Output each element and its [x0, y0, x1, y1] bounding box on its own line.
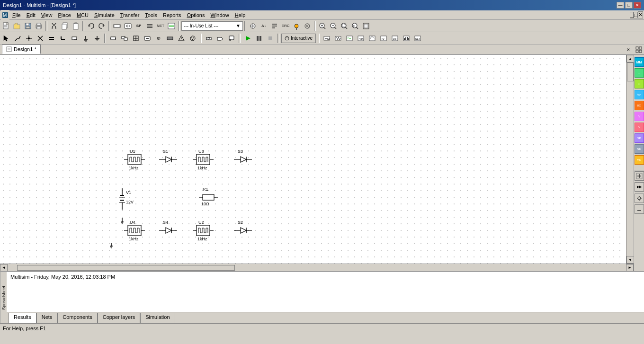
undo-btn[interactable] — [86, 21, 96, 31]
inst-meas-btn[interactable]: ME — [635, 155, 644, 165]
no-connect-tool[interactable] — [35, 33, 45, 44]
xprobe-btn[interactable] — [291, 21, 302, 31]
scroll-thumb[interactable] — [627, 62, 634, 81]
scroll-track[interactable] — [626, 62, 634, 256]
osc-btn[interactable] — [344, 33, 355, 44]
iv-btn[interactable]: IV — [378, 33, 389, 44]
menu-simulate[interactable]: Simulate — [91, 11, 117, 19]
gnd-tool[interactable] — [92, 33, 102, 44]
menu-reports[interactable]: Reports — [160, 11, 184, 19]
comp-btn[interactable] — [112, 21, 122, 31]
menu-place[interactable]: Place — [55, 11, 74, 19]
hier-con-btn[interactable] — [131, 33, 141, 44]
component-U2[interactable]: U2 1kHz — [193, 220, 214, 241]
full-screen-btn[interactable] — [361, 21, 371, 31]
cut-btn[interactable] — [49, 21, 59, 31]
results-tab[interactable]: Results — [9, 313, 36, 323]
terminal-btn[interactable] — [204, 33, 214, 44]
spice-btn[interactable]: SP — [134, 21, 144, 31]
new-btn[interactable] — [1, 21, 11, 31]
menu-edit[interactable]: Edit — [24, 11, 38, 19]
tile-btn[interactable] — [635, 45, 643, 54]
scroll-left-btn[interactable]: ◄ — [0, 264, 8, 272]
pause-btn[interactable] — [254, 33, 264, 44]
place-btn[interactable] — [248, 21, 258, 31]
func-gen-btn[interactable] — [333, 33, 343, 44]
gate-btn[interactable] — [123, 21, 133, 31]
inst-distortion-btn[interactable]: DI — [635, 123, 644, 132]
inst-funcgen-btn[interactable]: ~ — [635, 68, 644, 78]
power-tool[interactable] — [80, 33, 91, 44]
junction-tool[interactable] — [24, 33, 34, 44]
menu-tools[interactable]: Tools — [142, 11, 160, 19]
inst-extra1-btn[interactable] — [635, 171, 644, 181]
component-S3[interactable]: S3 — [234, 149, 252, 162]
open-btn[interactable] — [12, 21, 22, 31]
copper-layers-tab[interactable]: Copper layers — [98, 313, 140, 323]
io-marker-btn[interactable] — [215, 33, 225, 44]
inst-minimize-btn[interactable] — [635, 204, 644, 214]
component-S1[interactable]: S1 — [159, 149, 177, 162]
menu-file[interactable]: File — [9, 11, 24, 19]
place-comp-btn[interactable] — [108, 33, 118, 44]
scroll-up-btn[interactable]: ▲ — [626, 55, 634, 62]
simulation-tab[interactable]: Simulation — [140, 313, 175, 323]
app-minimize-btn[interactable]: _ — [630, 12, 634, 18]
wire-btn[interactable] — [166, 21, 177, 31]
minimize-button[interactable]: — — [617, 2, 624, 9]
zoom-out-btn[interactable] — [328, 21, 339, 31]
hierarchy-btn[interactable] — [119, 33, 130, 44]
menu-help[interactable]: Help — [232, 11, 249, 19]
components-tab[interactable]: Components — [57, 313, 97, 323]
component-S2[interactable]: S2 — [234, 220, 252, 233]
schematic-canvas-area[interactable]: V1 12V — [0, 55, 626, 264]
net-name-tool[interactable]: net — [69, 33, 80, 44]
close-button[interactable]: ✕ — [634, 2, 641, 9]
inst-net-btn[interactable]: NE — [635, 144, 644, 154]
bus-wire-tool[interactable] — [46, 33, 57, 44]
component-R1[interactable]: R1 10Ω — [199, 187, 218, 206]
zoom-area-btn[interactable] — [339, 21, 349, 31]
menu-mcu[interactable]: MCU — [74, 11, 91, 19]
inst-bode-btn[interactable]: BO — [635, 101, 644, 110]
multimeter-btn[interactable]: MM — [322, 33, 332, 44]
print-btn[interactable] — [34, 21, 44, 31]
inst-osc-btn[interactable]: O — [635, 79, 644, 88]
maximize-button[interactable]: □ — [625, 2, 633, 9]
bode-btn[interactable] — [367, 33, 377, 44]
hscroll-thumb[interactable] — [17, 265, 235, 271]
zoom-in-btn[interactable] — [317, 21, 328, 31]
menu-view[interactable]: View — [38, 11, 55, 19]
redo-btn[interactable] — [97, 21, 107, 31]
copy-btn[interactable] — [60, 21, 70, 31]
inst-multimeter-btn[interactable]: MM — [635, 57, 644, 67]
app-restore-btn[interactable]: □ — [634, 12, 638, 18]
bus-btn[interactable] — [144, 21, 155, 31]
misc-btn[interactable]: m — [153, 33, 164, 44]
bus2-btn[interactable] — [165, 33, 175, 44]
app-close-btn[interactable]: ✕ — [638, 11, 643, 18]
elec-check-btn[interactable]: ERC — [280, 21, 291, 31]
inst-iv-btn[interactable]: IV — [635, 112, 644, 121]
wire-tool[interactable] — [12, 33, 23, 44]
hscroll-track[interactable] — [8, 265, 626, 271]
interactive-button[interactable]: Interactive — [281, 34, 316, 43]
sub-circuit-btn[interactable] — [142, 33, 152, 44]
paste-btn[interactable] — [71, 21, 81, 31]
component-U1[interactable]: U1 1kHz — [124, 149, 145, 170]
comment-btn[interactable] — [226, 33, 237, 44]
in-use-list-dropdown[interactable]: --- In-Use List --- ▼ — [181, 21, 243, 31]
network-btn[interactable]: NET — [412, 33, 423, 44]
annotate-btn[interactable]: A↓ — [259, 21, 269, 31]
spectrum-btn[interactable] — [401, 33, 411, 44]
stop-btn[interactable] — [265, 33, 276, 44]
save-btn[interactable] — [23, 21, 33, 31]
component-S4[interactable]: S4 — [159, 220, 177, 233]
close-all-btn[interactable]: ✕ — [624, 45, 633, 54]
menu-transfer[interactable]: Transfer — [117, 11, 143, 19]
props-btn[interactable] — [269, 21, 280, 31]
inst-settings-btn[interactable] — [635, 194, 644, 203]
run-btn[interactable] — [242, 33, 253, 44]
nets-tab[interactable]: Nets — [36, 313, 58, 323]
netlist-btn[interactable]: NET — [155, 21, 166, 31]
